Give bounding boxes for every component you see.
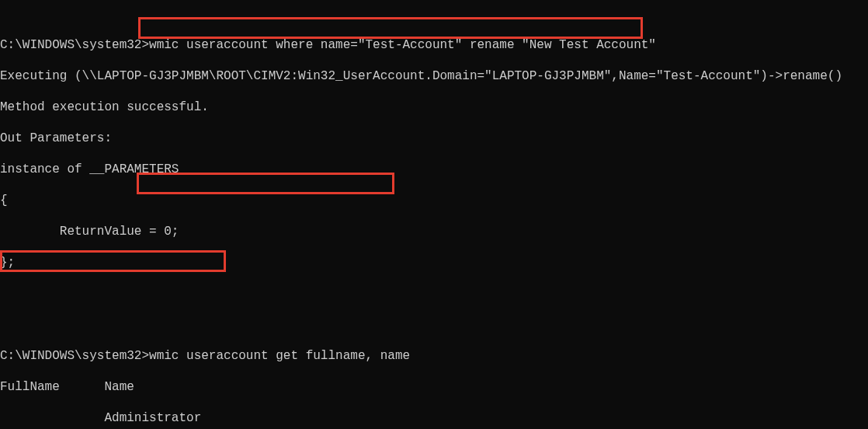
output-line: ReturnValue = 0; [0, 224, 868, 239]
output-line: Out Parameters: [0, 131, 868, 146]
table-row: Administrator [0, 410, 868, 426]
output-line: { [0, 193, 868, 208]
blank-line [0, 286, 868, 302]
table-header: FullName Name [0, 379, 868, 395]
output-line: Method execution successful. [0, 99, 868, 115]
command-text: wmic useraccount where name="Test-Accoun… [149, 38, 656, 52]
prompt: C:\WINDOWS\system32> [0, 349, 149, 363]
blank-line [0, 317, 868, 333]
output-line: Executing (\\LAPTOP-GJ3PJMBM\ROOT\CIMV2:… [0, 68, 868, 84]
output-line: instance of __PARAMETERS [0, 162, 868, 177]
terminal-output[interactable]: C:\WINDOWS\system32>wmic useraccount whe… [0, 22, 868, 429]
prompt: C:\WINDOWS\system32> [0, 38, 149, 52]
command-text: wmic useraccount get fullname, name [149, 349, 410, 363]
output-line: }; [0, 255, 868, 270]
